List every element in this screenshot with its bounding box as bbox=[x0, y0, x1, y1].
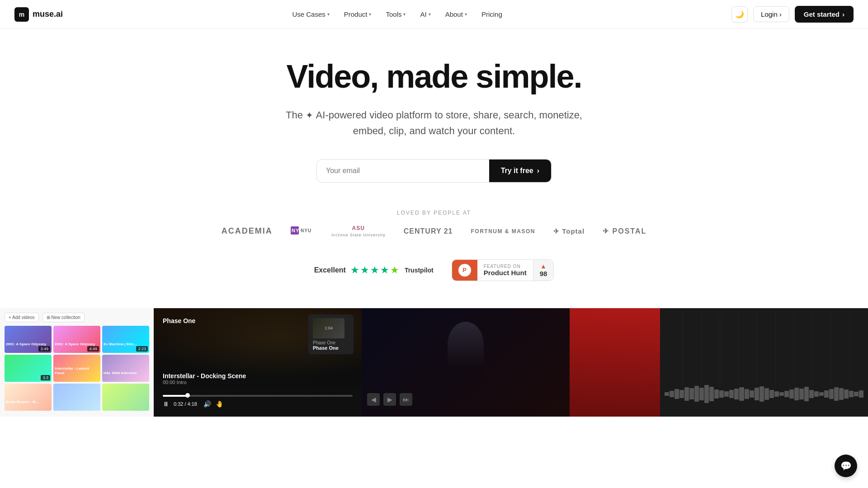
nav-label-about: About bbox=[445, 10, 463, 18]
login-button[interactable]: Login › bbox=[753, 6, 789, 22]
video-card-player: Phase One 1:04 Phase One Phase One Inter… bbox=[154, 308, 362, 417]
trust-row: Excellent ★★★★★ Trustpilot P FEATURED ON… bbox=[0, 259, 868, 281]
nav-item-usecases[interactable]: Use Cases ▾ bbox=[286, 7, 335, 22]
video-thumb-5[interactable]: Interstellar - Lastest Panel bbox=[53, 355, 100, 382]
login-label: Login bbox=[761, 10, 778, 18]
ph-count: 98 bbox=[540, 270, 547, 277]
subtitle-main: AI-powered video platform to store, shar… bbox=[316, 109, 582, 136]
hero-subtitle: The ✦ AI-powered video platform to store… bbox=[280, 107, 588, 139]
nav-item-tools[interactable]: Tools ▾ bbox=[379, 7, 412, 22]
trustpilot-excellent: Excellent bbox=[314, 266, 346, 274]
loved-section: LOVED BY PEOPLE AT ACADEMIA NYU NYU ASUA… bbox=[0, 210, 868, 238]
video-thumb-1[interactable]: 2001: A Space Odyssey 3:49 bbox=[5, 326, 52, 353]
nav-label-tools: Tools bbox=[386, 10, 401, 18]
nav-label-ai: AI bbox=[420, 10, 426, 18]
ph-left-panel: P bbox=[452, 260, 477, 281]
time-display: 0:32 / 4:18 bbox=[174, 401, 197, 407]
video-thumb-3[interactable]: Ex Machina | Elec... 2:23 bbox=[102, 326, 149, 353]
nav-label-usecases: Use Cases bbox=[292, 10, 325, 18]
video-card-library: + Add videos ⊞ New collection 2001: A Sp… bbox=[0, 308, 154, 417]
player-controls[interactable]: ⏸ 0:32 / 4:18 🔊 🤚 bbox=[163, 395, 353, 408]
volume-icon[interactable]: 🔊 bbox=[203, 400, 211, 408]
dark-ctrl-2[interactable]: ▶ bbox=[383, 393, 396, 406]
ph-right-panel: ▲ 98 bbox=[533, 260, 554, 281]
get-started-button[interactable]: Get started › bbox=[795, 6, 854, 23]
trustpilot-logo: Trustpilot bbox=[405, 267, 434, 274]
email-form: Try it free › bbox=[316, 159, 552, 183]
logo-postal: ✈ POSTAL bbox=[603, 227, 646, 235]
nav-item-about[interactable]: About ▾ bbox=[439, 7, 473, 22]
hero-title: Video, made simple. bbox=[240, 59, 628, 94]
chapter-popup: 1:04 Phase One Phase One bbox=[308, 314, 354, 354]
new-collection-button[interactable]: ⊞ New collection bbox=[42, 313, 85, 322]
logo-fortnum: FORTNUM & MASON bbox=[471, 228, 536, 235]
navbar: m muse.ai Use Cases ▾ Product ▾ Tools ▾ … bbox=[0, 0, 868, 29]
video-thumb-2[interactable]: 2001: A Space Odyssey 4:49 bbox=[53, 326, 100, 353]
player-title-text: Phase One bbox=[163, 317, 195, 324]
mute-icon: 🤚 bbox=[216, 400, 223, 408]
chevron-down-icon-product: ▾ bbox=[369, 12, 371, 17]
logo[interactable]: m muse.ai bbox=[14, 7, 63, 22]
loved-label: LOVED BY PEOPLE AT bbox=[0, 210, 868, 216]
logos-row: ACADEMIA NYU NYU ASUArizona State Univer… bbox=[0, 225, 868, 238]
video-strip: + Add videos ⊞ New collection 2001: A Sp… bbox=[0, 308, 868, 417]
get-started-label: Get started bbox=[804, 10, 840, 18]
video-card-dark: ◀ ▶ ⏭ bbox=[362, 308, 570, 417]
product-hunt-badge[interactable]: P FEATURED ON Product Hunt ▲ 98 bbox=[452, 259, 554, 281]
subtitle-pre: The bbox=[286, 109, 303, 121]
arrow-icon: › bbox=[537, 167, 539, 175]
logo-toptal: ✈ Toptal bbox=[553, 227, 585, 235]
nav-item-ai[interactable]: AI ▾ bbox=[414, 7, 437, 22]
dark-ctrl-1[interactable]: ◀ bbox=[367, 393, 380, 406]
chevron-down-icon-tools: ▾ bbox=[403, 12, 406, 17]
video-card-waveform: // Generate wave bars via JS after body … bbox=[660, 308, 868, 417]
trustpilot-badge: Excellent ★★★★★ Trustpilot bbox=[314, 264, 434, 276]
logo-academia: ACADEMIA bbox=[222, 226, 273, 236]
moon-icon: 🌙 bbox=[735, 10, 744, 19]
logo-asu: ASUArizona State University bbox=[331, 225, 386, 238]
nav-label-product: Product bbox=[344, 10, 368, 18]
svg-text:NYU: NYU bbox=[301, 228, 311, 233]
logo-text: muse.ai bbox=[33, 9, 63, 19]
nav-right: 🌙 Login › Get started › bbox=[731, 6, 854, 23]
ph-icon: P bbox=[458, 264, 471, 277]
logo-icon: m bbox=[14, 7, 29, 22]
nav-item-pricing[interactable]: Pricing bbox=[475, 7, 509, 22]
video-card-red bbox=[570, 308, 660, 417]
chevron-down-icon-usecases: ▾ bbox=[327, 12, 330, 17]
nav-label-pricing: Pricing bbox=[481, 10, 502, 18]
nav-center: Use Cases ▾ Product ▾ Tools ▾ AI ▾ About… bbox=[286, 7, 508, 22]
logo-nyu: NYU NYU bbox=[291, 225, 313, 237]
arrow-right-icon: › bbox=[842, 10, 844, 18]
chevron-down-icon-ai: ▾ bbox=[429, 12, 431, 17]
add-videos-button[interactable]: + Add videos bbox=[5, 313, 39, 322]
try-free-label: Try it free bbox=[501, 167, 533, 175]
dark-mode-button[interactable]: 🌙 bbox=[731, 6, 748, 23]
logo-century21: CENTURY 21 bbox=[404, 227, 453, 235]
video-thumb-8[interactable] bbox=[53, 384, 100, 411]
email-input[interactable] bbox=[317, 160, 489, 182]
video-thumb-7[interactable]: Blade Runner - M... bbox=[5, 384, 52, 411]
ph-middle-panel: FEATURED ON Product Hunt bbox=[477, 261, 533, 279]
ph-featured-label: FEATURED ON bbox=[484, 264, 527, 269]
video-thumb-4[interactable]: 3:3 bbox=[5, 355, 52, 382]
ph-arrow-icon: ▲ bbox=[540, 263, 547, 270]
video-thumb-6[interactable]: HAL 9000 Interview bbox=[102, 355, 149, 382]
play-pause-icon[interactable]: ⏸ bbox=[163, 400, 169, 408]
chevron-down-icon-about: ▾ bbox=[465, 12, 467, 17]
video-thumb-9[interactable] bbox=[102, 384, 149, 411]
ai-sparkle-icon: ✦ bbox=[306, 110, 316, 120]
chevron-right-icon-login: › bbox=[779, 10, 782, 18]
trustpilot-stars: ★★★★★ bbox=[350, 264, 400, 276]
try-free-button[interactable]: Try it free › bbox=[489, 160, 551, 182]
ph-name-label: Product Hunt bbox=[484, 269, 527, 277]
nav-item-product[interactable]: Product ▾ bbox=[338, 7, 378, 22]
player-info: Interstellar - Docking Scene 00:00 Intro bbox=[163, 372, 246, 385]
dark-ctrl-3[interactable]: ⏭ bbox=[400, 393, 412, 406]
